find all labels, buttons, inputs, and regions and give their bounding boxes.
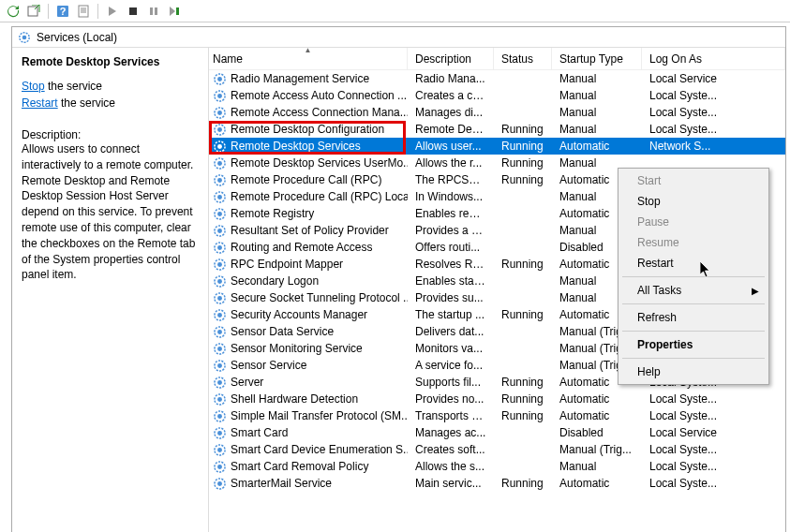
service-desc: Offers routi... [408,241,494,254]
svg-point-46 [217,347,222,351]
menu-restart[interactable]: Restart [620,253,767,273]
service-name: Remote Desktop Services UserMo... [231,156,408,170]
svg-point-34 [217,245,222,250]
service-startup: Manual [552,123,642,136]
menu-refresh[interactable]: Refresh [620,307,767,328]
service-icon [213,258,227,272]
service-icon [213,409,227,423]
service-name: Remote Desktop Services [231,140,361,153]
service-startup: Manual (Trig... [552,443,642,456]
service-icon [213,376,227,390]
service-icon [213,241,227,255]
service-name: Smart Card Removal Policy [231,460,368,473]
svg-point-40 [217,296,222,301]
column-status[interactable]: Status [494,48,552,69]
properties-button[interactable] [74,2,93,21]
toolbar: ? [0,0,790,22]
service-logon: Network S... [642,140,785,153]
stop-link[interactable]: Stop [22,80,45,93]
column-logon[interactable]: Log On As [642,48,785,69]
table-row[interactable]: Remote Access Auto Connection ...Creates… [209,87,785,104]
table-row[interactable]: Smart Card Removal PolicyAllows the s...… [209,458,785,475]
svg-point-60 [217,465,222,469]
service-startup: Manual [552,106,642,119]
service-name: Secondary Logon [231,274,319,288]
menu-all-tasks[interactable]: All Tasks▶ [620,280,767,301]
header-title: Services (Local) [37,31,117,44]
service-name: Remote Access Connection Mana... [231,106,408,119]
service-desc: Allows the r... [408,156,494,170]
column-name[interactable]: Name▲ [209,48,408,69]
service-desc: Enables rem... [408,207,494,220]
table-row[interactable]: Shell Hardware DetectionProvides no...Ru… [209,391,785,407]
restart-link[interactable]: Restart [22,96,58,110]
service-icon [213,426,227,440]
service-status: Running [494,123,552,136]
svg-point-22 [217,144,222,149]
service-icon [213,274,227,288]
service-name: RPC Endpoint Mapper [231,258,343,271]
stop-button[interactable] [124,2,142,21]
service-icon [213,72,227,86]
table-row[interactable]: Remote Desktop ConfigurationRemote Des..… [209,121,785,138]
service-icon [213,190,227,204]
column-description[interactable]: Description [408,48,494,69]
svg-point-44 [217,330,222,334]
service-icon [213,173,227,187]
service-desc: Monitors va... [408,342,494,355]
service-logon: Local Syste... [642,460,785,473]
service-desc: Provides no... [408,392,494,406]
service-icon [213,308,227,322]
menu-help[interactable]: Help [620,362,767,382]
table-row[interactable]: Smart CardManages ac...DisabledLocal Ser… [209,424,785,441]
service-desc: Manages di... [408,106,494,119]
svg-point-32 [217,229,222,233]
service-icon [213,342,227,356]
table-row[interactable]: Radio Management ServiceRadio Mana...Man… [209,70,785,87]
service-status: Running [494,376,552,389]
service-logon: Local Syste... [642,409,785,422]
table-row[interactable]: Simple Mail Transfer Protocol (SM...Tran… [209,407,785,424]
export-button[interactable] [24,2,43,21]
service-desc: Provides a n... [408,224,494,237]
service-name: Remote Access Auto Connection ... [231,89,407,102]
svg-point-26 [217,178,222,183]
svg-point-18 [217,111,222,115]
service-desc: Manages ac... [408,426,494,439]
service-status: Running [494,308,552,321]
svg-point-50 [217,380,222,385]
menu-resume: Resume [620,232,767,253]
help-button[interactable]: ? [53,2,72,21]
restart-button[interactable] [165,2,184,21]
service-logon: Local Service [642,72,785,85]
service-desc: Creates a co... [408,89,494,102]
service-desc: The startup ... [408,308,494,321]
service-status: Running [494,173,552,186]
start-button[interactable] [103,2,122,21]
service-name: Remote Desktop Configuration [231,123,384,136]
service-desc: Transports e... [408,409,494,422]
service-name: Sensor Monitoring Service [231,342,363,355]
table-row[interactable]: Smart Card Device Enumeration S...Create… [209,441,785,458]
column-startup[interactable]: Startup Type [552,48,642,69]
svg-rect-8 [150,7,153,15]
service-desc: Supports fil... [408,376,494,389]
menu-stop[interactable]: Stop [620,191,767,212]
description-text: Allows users to connect interactively to… [22,141,199,283]
menu-properties[interactable]: Properties [620,334,767,355]
svg-rect-3 [79,6,88,17]
table-row[interactable]: SmarterMail ServiceMain servic...Running… [209,475,785,492]
service-logon: Local Service [642,426,785,439]
table-row[interactable]: Remote Access Connection Mana...Manages … [209,104,785,121]
refresh-button[interactable] [4,2,22,21]
chevron-right-icon: ▶ [752,286,759,296]
pause-button[interactable] [144,2,163,21]
service-desc: Remote Des... [408,123,494,136]
service-icon [213,156,227,170]
svg-text:?: ? [60,6,67,17]
sort-asc-icon: ▲ [305,46,312,54]
service-icon [213,140,227,154]
svg-rect-10 [176,7,179,15]
table-row[interactable]: Remote Desktop ServicesAllows user...Run… [209,138,785,155]
service-startup: Manual [552,72,642,85]
